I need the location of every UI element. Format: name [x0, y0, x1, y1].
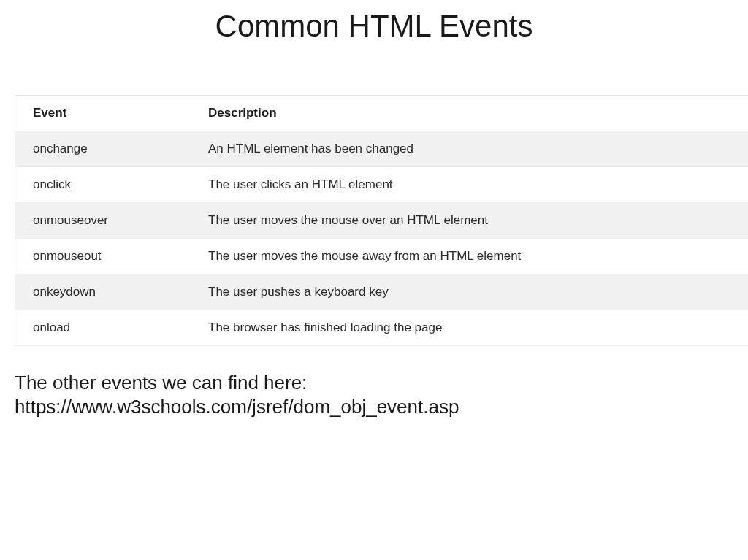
events-table: Event Description onchange An HTML eleme…: [15, 96, 748, 346]
page-title: Common HTML Events: [0, 9, 748, 44]
cell-description: An HTML element has been changed: [191, 131, 748, 167]
cell-description: The user pushes a keyboard key: [191, 275, 748, 310]
cell-event: onmouseout: [15, 239, 191, 275]
cell-description: The user clicks an HTML element: [191, 167, 748, 203]
events-table-container: Event Description onchange An HTML eleme…: [15, 95, 748, 346]
cell-event: onmouseover: [15, 203, 191, 239]
cell-event: onload: [15, 310, 191, 346]
header-description: Description: [191, 96, 748, 131]
slide: Common HTML Events Event Description onc…: [0, 0, 748, 560]
footer-line-2: https://www.w3schools.com/jsref/dom_obj_…: [15, 395, 748, 419]
cell-event: onchange: [15, 131, 191, 167]
table-row: onchange An HTML element has been change…: [15, 131, 748, 167]
cell-event: onclick: [15, 167, 191, 203]
footer-line-1: The other events we can find here:: [15, 371, 748, 395]
table-row: onclick The user clicks an HTML element: [15, 167, 748, 203]
footer-note: The other events we can find here: https…: [15, 371, 748, 418]
cell-description: The user moves the mouse over an HTML el…: [191, 203, 748, 239]
header-event: Event: [15, 96, 191, 131]
cell-event: onkeydown: [15, 275, 191, 310]
table-row: onkeydown The user pushes a keyboard key: [15, 275, 748, 310]
table-row: onmouseout The user moves the mouse away…: [15, 239, 748, 275]
table-row: onmouseover The user moves the mouse ove…: [15, 203, 748, 239]
table-header-row: Event Description: [15, 96, 748, 131]
cell-description: The browser has finished loading the pag…: [191, 310, 748, 346]
table-row: onload The browser has finished loading …: [15, 310, 748, 346]
cell-description: The user moves the mouse away from an HT…: [191, 239, 748, 275]
